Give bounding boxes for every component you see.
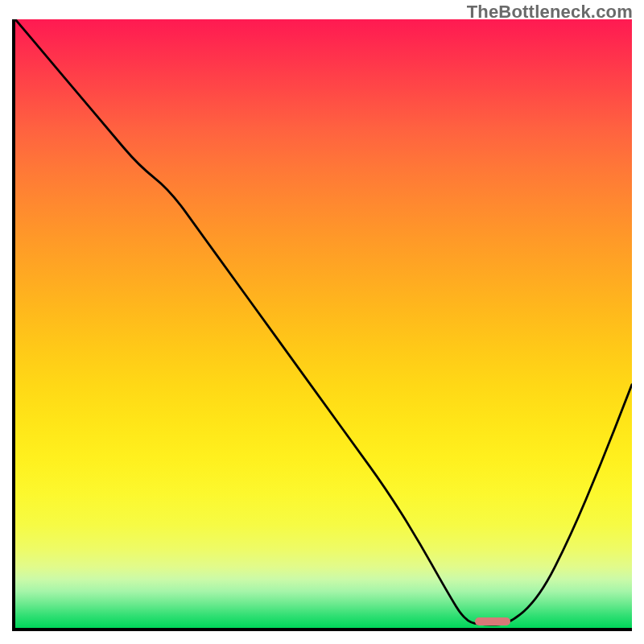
plot-area	[12, 19, 632, 631]
bottleneck-curve	[15, 19, 632, 625]
curve-svg	[15, 19, 632, 628]
chart-container: TheBottleneck.com	[0, 0, 644, 644]
optimal-marker	[475, 617, 510, 625]
